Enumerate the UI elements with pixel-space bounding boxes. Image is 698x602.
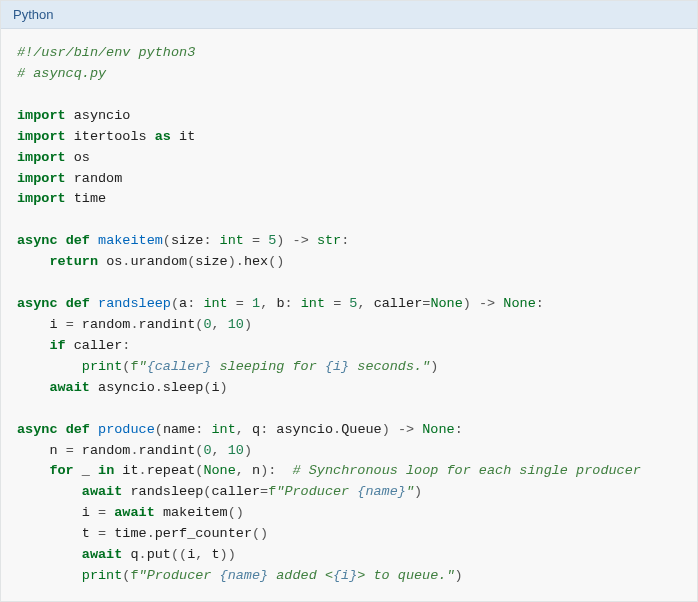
id-i: i [211, 380, 219, 395]
mod-time: time [74, 191, 106, 206]
id-underscore: _ [82, 463, 90, 478]
fn-print: print [82, 568, 123, 583]
kw-for: for [49, 463, 73, 478]
id-t: t [212, 547, 220, 562]
inline-comment: # Synchronous loop for each single produ… [293, 463, 641, 478]
id-i: i [82, 505, 90, 520]
m-perf-counter: perf_counter [155, 526, 252, 541]
cls-queue: Queue [341, 422, 382, 437]
call-randsleep: randsleep [130, 484, 203, 499]
kw-import: import [17, 108, 66, 123]
kw-return: return [49, 254, 98, 269]
str-producer-open: "Producer [139, 568, 220, 583]
type-none: None [422, 422, 454, 437]
kw-def: def [66, 233, 90, 248]
interp-caller: {caller} [147, 359, 212, 374]
m-hex: hex [244, 254, 268, 269]
id-asyncio: asyncio [276, 422, 333, 437]
const-none: None [203, 463, 235, 478]
code-language-titlebar: Python [1, 1, 697, 29]
id-random: random [82, 443, 131, 458]
m-sleep: sleep [163, 380, 204, 395]
mod-random: random [74, 171, 123, 186]
str-close: " [406, 484, 414, 499]
fstring-prefix: f [130, 359, 138, 374]
call-makeitem: makeitem [163, 505, 228, 520]
code-body: #!/usr/bin/env python3 # asyncq.py impor… [1, 29, 697, 601]
fn-makeitem: makeitem [98, 233, 163, 248]
shebang-line: #!/usr/bin/env python3 [17, 45, 195, 60]
str-open: " [139, 359, 147, 374]
m-randint: randint [139, 443, 196, 458]
id-os: os [106, 254, 122, 269]
num-10: 10 [228, 317, 244, 332]
param-size: size [171, 233, 203, 248]
id-q: q [130, 547, 138, 562]
kw-if: if [49, 338, 65, 353]
kw-await: await [82, 484, 123, 499]
kw-await: await [49, 380, 90, 395]
id-time: time [114, 526, 146, 541]
param-name: name [163, 422, 195, 437]
interp-name: {name} [357, 484, 406, 499]
num-0: 0 [203, 443, 211, 458]
id-i: i [49, 317, 57, 332]
type-int: int [301, 296, 325, 311]
kw-await: await [82, 547, 123, 562]
type-str: str [317, 233, 341, 248]
id-t: t [82, 526, 90, 541]
code-block: Python #!/usr/bin/env python3 # asyncq.p… [0, 0, 698, 602]
interp-name: {name} [220, 568, 269, 583]
const-none: None [430, 296, 462, 311]
kw-async: async [17, 296, 58, 311]
m-put: put [147, 547, 171, 562]
m-urandom: urandom [130, 254, 187, 269]
id-asyncio: asyncio [98, 380, 155, 395]
str-added: added < [268, 568, 333, 583]
fn-randsleep: randsleep [98, 296, 171, 311]
type-none: None [503, 296, 535, 311]
kw-await: await [114, 505, 155, 520]
id-random: random [82, 317, 131, 332]
kw-def: def [66, 422, 90, 437]
param-caller: caller [374, 296, 423, 311]
file-comment: # asyncq.py [17, 66, 106, 81]
id-n: n [49, 443, 57, 458]
kw-import: import [17, 129, 66, 144]
m-randint: randint [139, 317, 196, 332]
kw-async: async [17, 422, 58, 437]
id-it: it [122, 463, 138, 478]
num-1: 1 [252, 296, 260, 311]
fn-print: print [82, 359, 123, 374]
interp-i: {i} [333, 568, 357, 583]
m-repeat: repeat [147, 463, 196, 478]
mod-asyncio: asyncio [74, 108, 131, 123]
num-10: 10 [228, 443, 244, 458]
str-mid: sleeping for [211, 359, 324, 374]
kwarg-caller: caller [211, 484, 260, 499]
num-0: 0 [203, 317, 211, 332]
id-n: n [252, 463, 260, 478]
str-producer-open: "Producer [276, 484, 357, 499]
type-int: int [212, 422, 236, 437]
alias-it: it [179, 129, 195, 144]
str-end: seconds." [349, 359, 430, 374]
interp-i: {i} [325, 359, 349, 374]
kw-as: as [155, 129, 171, 144]
id-caller: caller [74, 338, 123, 353]
kw-def: def [66, 296, 90, 311]
mod-itertools: itertools [74, 129, 147, 144]
fn-produce: produce [98, 422, 155, 437]
kw-import: import [17, 171, 66, 186]
param-q: q [252, 422, 260, 437]
kw-import: import [17, 150, 66, 165]
id-size: size [195, 254, 227, 269]
param-a: a [179, 296, 187, 311]
kw-async: async [17, 233, 58, 248]
type-int: int [220, 233, 244, 248]
fstring-prefix: f [130, 568, 138, 583]
kw-in: in [98, 463, 114, 478]
mod-os: os [74, 150, 90, 165]
type-int: int [203, 296, 227, 311]
kw-import: import [17, 191, 66, 206]
